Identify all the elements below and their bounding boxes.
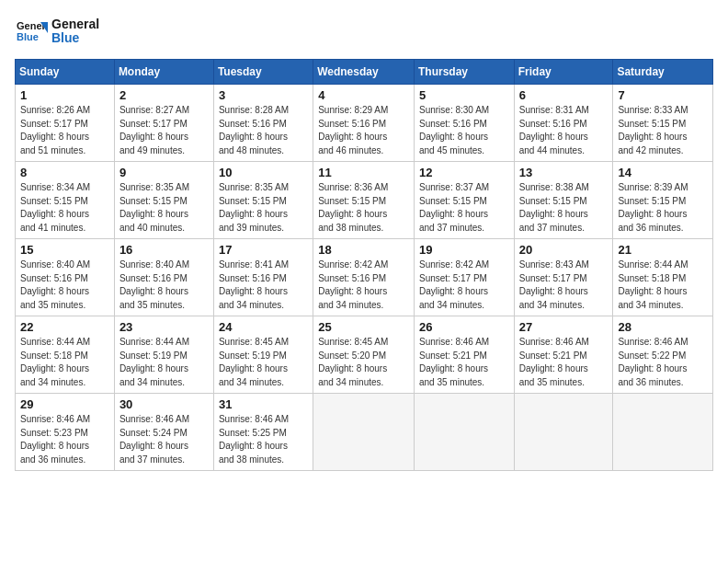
day-number: 22 (20, 320, 109, 334)
calendar-table: SundayMondayTuesdayWednesdayThursdayFrid… (15, 59, 713, 471)
day-detail: Sunrise: 8:42 AM Sunset: 5:16 PM Dayligh… (318, 259, 409, 312)
day-number: 9 (119, 166, 209, 179)
day-detail: Sunrise: 8:27 AM Sunset: 5:17 PM Dayligh… (119, 104, 209, 157)
calendar-cell (613, 394, 713, 471)
calendar-cell: 22Sunrise: 8:44 AM Sunset: 5:18 PM Dayli… (16, 316, 115, 394)
day-detail: Sunrise: 8:46 AM Sunset: 5:25 PM Dayligh… (219, 413, 308, 466)
day-number: 27 (519, 320, 609, 334)
day-detail: Sunrise: 8:33 AM Sunset: 5:15 PM Dayligh… (618, 104, 708, 157)
day-detail: Sunrise: 8:26 AM Sunset: 5:17 PM Dayligh… (20, 104, 109, 157)
weekday-header-sunday: Sunday (16, 60, 115, 85)
day-detail: Sunrise: 8:44 AM Sunset: 5:18 PM Dayligh… (618, 259, 708, 312)
calendar-cell: 17Sunrise: 8:41 AM Sunset: 5:16 PM Dayli… (213, 239, 313, 316)
weekday-header-friday: Friday (514, 60, 613, 85)
calendar-cell: 30Sunrise: 8:46 AM Sunset: 5:24 PM Dayli… (114, 394, 213, 471)
day-detail: Sunrise: 8:30 AM Sunset: 5:16 PM Dayligh… (419, 104, 509, 157)
calendar-cell: 26Sunrise: 8:46 AM Sunset: 5:21 PM Dayli… (414, 316, 514, 394)
day-number: 25 (318, 320, 409, 334)
calendar-cell: 9Sunrise: 8:35 AM Sunset: 5:15 PM Daylig… (114, 162, 213, 239)
day-number: 31 (219, 397, 308, 411)
day-number: 20 (519, 243, 609, 257)
day-detail: Sunrise: 8:37 AM Sunset: 5:15 PM Dayligh… (419, 181, 509, 235)
day-detail: Sunrise: 8:46 AM Sunset: 5:21 PM Dayligh… (419, 336, 509, 389)
weekday-header-wednesday: Wednesday (313, 60, 415, 85)
day-detail: Sunrise: 8:46 AM Sunset: 5:21 PM Dayligh… (519, 336, 609, 389)
day-detail: Sunrise: 8:46 AM Sunset: 5:24 PM Dayligh… (119, 413, 209, 466)
day-detail: Sunrise: 8:31 AM Sunset: 5:16 PM Dayligh… (519, 104, 609, 157)
logo-text-line2: Blue (51, 31, 99, 45)
day-detail: Sunrise: 8:43 AM Sunset: 5:17 PM Dayligh… (519, 259, 609, 312)
calendar-cell: 6Sunrise: 8:31 AM Sunset: 5:16 PM Daylig… (514, 85, 613, 162)
calendar-week-3: 15Sunrise: 8:40 AM Sunset: 5:16 PM Dayli… (16, 239, 713, 316)
calendar-week-4: 22Sunrise: 8:44 AM Sunset: 5:18 PM Dayli… (16, 316, 713, 394)
calendar-cell: 1Sunrise: 8:26 AM Sunset: 5:17 PM Daylig… (16, 85, 115, 162)
calendar-cell: 3Sunrise: 8:28 AM Sunset: 5:16 PM Daylig… (213, 85, 313, 162)
calendar-cell: 16Sunrise: 8:40 AM Sunset: 5:16 PM Dayli… (114, 239, 213, 316)
calendar-cell: 31Sunrise: 8:46 AM Sunset: 5:25 PM Dayli… (213, 394, 313, 471)
calendar-cell: 10Sunrise: 8:35 AM Sunset: 5:15 PM Dayli… (213, 162, 313, 239)
calendar-cell (313, 394, 415, 471)
weekday-header-thursday: Thursday (414, 60, 514, 85)
day-detail: Sunrise: 8:44 AM Sunset: 5:18 PM Dayligh… (20, 336, 109, 389)
calendar-cell: 23Sunrise: 8:44 AM Sunset: 5:19 PM Dayli… (114, 316, 213, 394)
svg-text:Blue: Blue (17, 31, 39, 42)
calendar-cell: 18Sunrise: 8:42 AM Sunset: 5:16 PM Dayli… (313, 239, 415, 316)
weekday-header-monday: Monday (114, 60, 213, 85)
day-number: 5 (419, 88, 509, 102)
calendar-cell (414, 394, 514, 471)
day-number: 26 (419, 320, 509, 334)
calendar-cell: 15Sunrise: 8:40 AM Sunset: 5:16 PM Dayli… (16, 239, 115, 316)
day-detail: Sunrise: 8:41 AM Sunset: 5:16 PM Dayligh… (219, 259, 308, 312)
calendar-cell (514, 394, 613, 471)
day-number: 10 (219, 166, 308, 179)
day-number: 1 (20, 88, 109, 102)
day-number: 24 (219, 320, 308, 334)
day-number: 30 (119, 397, 209, 411)
day-number: 28 (618, 320, 708, 334)
logo-text-line1: General (51, 17, 99, 31)
day-detail: Sunrise: 8:35 AM Sunset: 5:15 PM Dayligh… (219, 181, 308, 235)
calendar-week-1: 1Sunrise: 8:26 AM Sunset: 5:17 PM Daylig… (16, 85, 713, 162)
day-number: 15 (20, 243, 109, 257)
calendar-cell: 21Sunrise: 8:44 AM Sunset: 5:18 PM Dayli… (613, 239, 713, 316)
calendar-cell: 25Sunrise: 8:45 AM Sunset: 5:20 PM Dayli… (313, 316, 415, 394)
day-number: 11 (318, 166, 409, 179)
calendar-cell: 2Sunrise: 8:27 AM Sunset: 5:17 PM Daylig… (114, 85, 213, 162)
calendar-cell: 19Sunrise: 8:42 AM Sunset: 5:17 PM Dayli… (414, 239, 514, 316)
calendar-cell: 29Sunrise: 8:46 AM Sunset: 5:23 PM Dayli… (16, 394, 115, 471)
day-number: 14 (618, 166, 708, 179)
day-number: 16 (119, 243, 209, 257)
calendar-cell: 8Sunrise: 8:34 AM Sunset: 5:15 PM Daylig… (16, 162, 115, 239)
day-number: 12 (419, 166, 509, 179)
day-number: 8 (20, 166, 109, 179)
logo-icon: General Blue (15, 15, 48, 48)
calendar-cell: 14Sunrise: 8:39 AM Sunset: 5:15 PM Dayli… (613, 162, 713, 239)
day-detail: Sunrise: 8:36 AM Sunset: 5:15 PM Dayligh… (318, 181, 409, 235)
weekday-header-tuesday: Tuesday (213, 60, 313, 85)
day-detail: Sunrise: 8:46 AM Sunset: 5:22 PM Dayligh… (618, 336, 708, 389)
calendar-cell: 28Sunrise: 8:46 AM Sunset: 5:22 PM Dayli… (613, 316, 713, 394)
calendar-cell: 7Sunrise: 8:33 AM Sunset: 5:15 PM Daylig… (613, 85, 713, 162)
day-detail: Sunrise: 8:39 AM Sunset: 5:15 PM Dayligh… (618, 181, 708, 235)
day-detail: Sunrise: 8:45 AM Sunset: 5:20 PM Dayligh… (318, 336, 409, 389)
day-number: 19 (419, 243, 509, 257)
day-number: 6 (519, 88, 609, 102)
day-detail: Sunrise: 8:42 AM Sunset: 5:17 PM Dayligh… (419, 259, 509, 312)
weekday-header-row: SundayMondayTuesdayWednesdayThursdayFrid… (16, 60, 713, 85)
calendar-cell: 24Sunrise: 8:45 AM Sunset: 5:19 PM Dayli… (213, 316, 313, 394)
day-detail: Sunrise: 8:40 AM Sunset: 5:16 PM Dayligh… (20, 259, 109, 312)
day-detail: Sunrise: 8:34 AM Sunset: 5:15 PM Dayligh… (20, 181, 109, 235)
day-detail: Sunrise: 8:44 AM Sunset: 5:19 PM Dayligh… (119, 336, 209, 389)
day-number: 7 (618, 88, 708, 102)
calendar-cell: 4Sunrise: 8:29 AM Sunset: 5:16 PM Daylig… (313, 85, 415, 162)
day-number: 3 (219, 88, 308, 102)
day-number: 29 (20, 397, 109, 411)
day-detail: Sunrise: 8:28 AM Sunset: 5:16 PM Dayligh… (219, 104, 308, 157)
day-number: 21 (618, 243, 708, 257)
calendar-cell: 5Sunrise: 8:30 AM Sunset: 5:16 PM Daylig… (414, 85, 514, 162)
calendar-cell: 27Sunrise: 8:46 AM Sunset: 5:21 PM Dayli… (514, 316, 613, 394)
day-detail: Sunrise: 8:29 AM Sunset: 5:16 PM Dayligh… (318, 104, 409, 157)
day-number: 17 (219, 243, 308, 257)
day-detail: Sunrise: 8:35 AM Sunset: 5:15 PM Dayligh… (119, 181, 209, 235)
day-detail: Sunrise: 8:45 AM Sunset: 5:19 PM Dayligh… (219, 336, 308, 389)
